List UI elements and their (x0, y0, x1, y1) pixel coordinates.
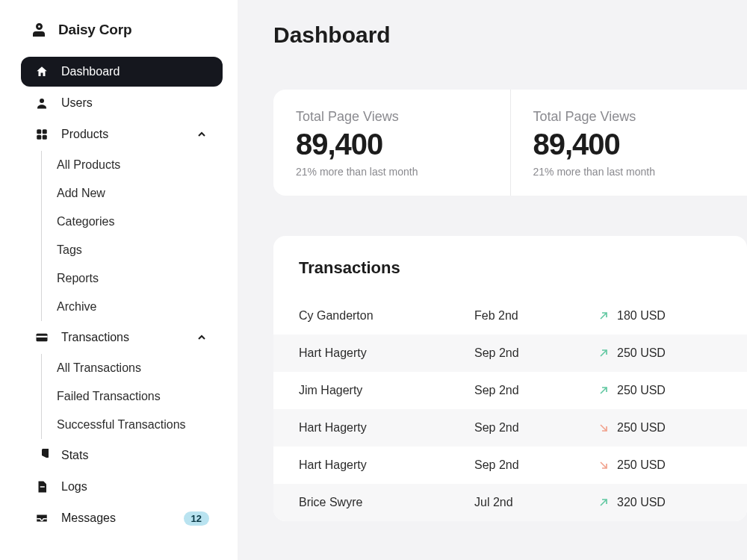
table-row[interactable]: Hart HagertySep 2nd250 USD (273, 409, 747, 447)
sidebar-item-stats[interactable]: Stats (21, 441, 223, 470)
arrow-up-icon (598, 310, 610, 322)
brand: Daisy Corp (21, 21, 223, 39)
tx-date: Feb 2nd (474, 309, 598, 323)
tx-amount: 250 USD (598, 421, 722, 435)
tx-amount: 250 USD (598, 346, 722, 360)
page-title: Dashboard (273, 22, 747, 48)
table-row[interactable]: Hart HagertySep 2nd250 USD (273, 335, 747, 372)
tx-name: Cy Ganderton (299, 309, 474, 323)
brand-name: Daisy Corp (58, 22, 131, 38)
svg-line-13 (601, 500, 607, 505)
tx-date: Sep 2nd (474, 421, 598, 435)
sub-item-archive[interactable]: Archive (43, 293, 223, 321)
svg-line-8 (601, 313, 607, 319)
tx-amount: 250 USD (598, 384, 722, 397)
card-icon (34, 330, 49, 345)
sub-item-successful-transactions[interactable]: Successful Transactions (43, 411, 223, 439)
inbox-icon (34, 511, 49, 526)
stat-label: Total Page Views (296, 109, 488, 125)
tx-amount-value: 250 USD (617, 458, 666, 472)
messages-badge: 12 (184, 511, 209, 526)
sidebar-item-label: Users (61, 96, 93, 110)
sidebar-item-users[interactable]: Users (21, 88, 223, 118)
arrow-down-icon (598, 459, 610, 471)
tx-amount: 320 USD (598, 496, 722, 509)
stat-card: Total Page Views 89,400 21% more than la… (510, 90, 748, 196)
sub-item-all-transactions[interactable]: All Transactions (43, 354, 223, 382)
products-submenu: All Products Add New Categories Tags Rep… (41, 151, 223, 321)
grid-icon (34, 127, 49, 142)
arrow-up-icon (598, 497, 610, 508)
sub-item-all-products[interactable]: All Products (43, 151, 223, 179)
svg-rect-4 (43, 135, 47, 140)
sidebar-item-label: Products (61, 128, 108, 141)
transactions-submenu: All Transactions Failed Transactions Suc… (41, 354, 223, 439)
svg-rect-2 (43, 129, 47, 134)
table-row[interactable]: Hart HagertySep 2nd250 USD (273, 447, 747, 484)
sidebar: Daisy Corp Dashboard Users Products All … (0, 0, 238, 560)
tx-amount: 180 USD (598, 309, 722, 323)
file-icon (34, 479, 49, 494)
sidebar-item-dashboard[interactable]: Dashboard (21, 57, 223, 87)
svg-line-12 (601, 462, 607, 468)
arrow-up-icon (598, 347, 610, 359)
svg-rect-1 (37, 129, 41, 134)
tx-amount-value: 320 USD (617, 496, 666, 509)
transactions-table: Cy GandertonFeb 2nd180 USDHart HagertySe… (273, 297, 747, 521)
sub-item-tags[interactable]: Tags (43, 236, 223, 264)
sidebar-item-label: Stats (61, 449, 88, 462)
sidebar-item-logs[interactable]: Logs (21, 472, 223, 502)
chevron-up-icon (194, 330, 209, 345)
tx-amount-value: 180 USD (617, 309, 666, 323)
table-row[interactable]: Brice SwyreJul 2nd320 USD (273, 484, 747, 521)
sidebar-item-label: Dashboard (61, 65, 120, 78)
sidebar-item-messages[interactable]: Messages 12 (21, 503, 223, 533)
svg-point-0 (40, 99, 44, 103)
sub-item-categories[interactable]: Categories (43, 208, 223, 236)
tx-date: Sep 2nd (474, 384, 598, 397)
tx-amount-value: 250 USD (617, 346, 666, 360)
table-row[interactable]: Jim HagertySep 2nd250 USD (273, 372, 747, 409)
table-row[interactable]: Cy GandertonFeb 2nd180 USD (273, 297, 747, 335)
sub-item-failed-transactions[interactable]: Failed Transactions (43, 382, 223, 411)
arrow-up-icon (598, 385, 610, 396)
stat-value: 89,400 (296, 128, 488, 161)
sidebar-item-label: Transactions (61, 331, 129, 344)
svg-rect-7 (40, 486, 45, 488)
pie-icon (34, 448, 49, 463)
home-icon (34, 64, 49, 79)
sidebar-item-label: Messages (61, 511, 116, 525)
tx-date: Sep 2nd (474, 346, 598, 360)
stat-card: Total Page Views 89,400 21% more than la… (273, 90, 510, 196)
tx-name: Jim Hagerty (299, 384, 474, 397)
sidebar-item-transactions[interactable]: Transactions (21, 323, 223, 352)
tx-amount-value: 250 USD (617, 421, 666, 435)
stats-row: Total Page Views 89,400 21% more than la… (273, 90, 747, 196)
tx-amount-value: 250 USD (617, 384, 666, 397)
sub-item-add-new[interactable]: Add New (43, 179, 223, 208)
sidebar-item-products[interactable]: Products (21, 119, 223, 149)
main-content: Dashboard Total Page Views 89,400 21% mo… (238, 0, 747, 560)
transactions-section: Transactions Cy GandertonFeb 2nd180 USDH… (273, 236, 747, 521)
tx-name: Hart Hagerty (299, 346, 474, 360)
svg-line-9 (601, 350, 607, 356)
tx-name: Hart Hagerty (299, 458, 474, 472)
user-icon (34, 96, 49, 111)
chevron-up-icon (194, 127, 209, 142)
svg-rect-3 (37, 135, 41, 140)
svg-line-10 (601, 388, 607, 393)
svg-rect-6 (37, 336, 48, 337)
stat-label: Total Page Views (533, 109, 725, 125)
arrow-down-icon (598, 422, 610, 434)
transactions-title: Transactions (273, 258, 747, 297)
sidebar-item-label: Logs (61, 480, 87, 494)
tx-name: Brice Swyre (299, 496, 474, 509)
stat-delta: 21% more than last month (533, 166, 725, 178)
sub-item-reports[interactable]: Reports (43, 264, 223, 293)
tx-date: Jul 2nd (474, 496, 598, 509)
svg-line-11 (601, 425, 607, 431)
stat-value: 89,400 (533, 128, 725, 161)
tx-date: Sep 2nd (474, 458, 598, 472)
tx-name: Hart Hagerty (299, 421, 474, 435)
tx-amount: 250 USD (598, 458, 722, 472)
